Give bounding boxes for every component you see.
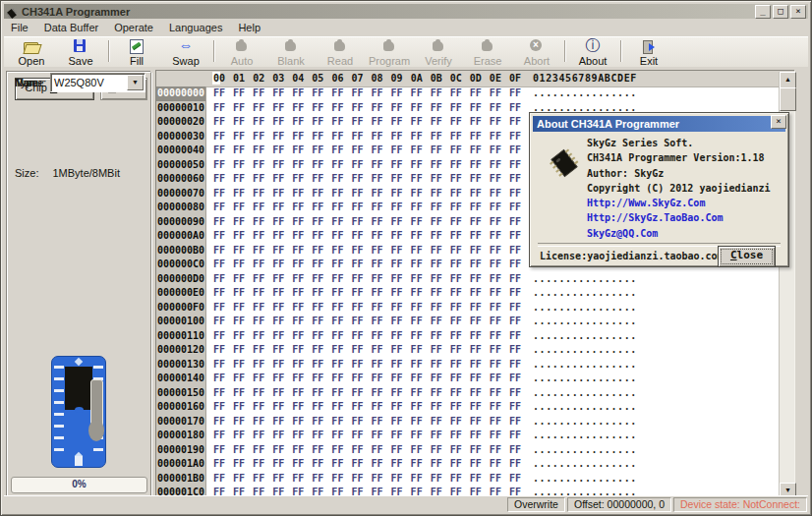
toolbar-button[interactable]: Exit [624,37,673,67]
chevron-down-icon[interactable]: ▼ [127,75,144,90]
row-address: 00000120 [156,343,205,358]
row-bytes[interactable]: FF FF FF FF FF FF FF FF FF FF FF FF FF F… [213,272,521,287]
scrollbar-thumb[interactable] [780,87,796,111]
toolbar-button[interactable]: Open [7,37,56,67]
hex-row[interactable]: 00000150 FF FF FF FF FF FF FF FF FF FF F… [156,386,779,401]
row-bytes[interactable]: FF FF FF FF FF FF FF FF FF FF FF FF FF F… [213,86,521,101]
hex-row[interactable]: 00000190 FF FF FF FF FF FF FF FF FF FF F… [156,443,779,458]
row-ascii[interactable]: ................ [533,358,637,373]
row-ascii[interactable]: ................ [533,472,637,487]
toolbar-button[interactable]: Blank [266,37,316,67]
hex-row[interactable]: 00000000 FF FF FF FF FF FF FF FF FF FF F… [156,86,779,101]
hex-row[interactable]: 00000110 FF FF FF FF FF FF FF FF FF FF F… [156,329,779,344]
hex-row[interactable]: 00000140 FF FF FF FF FF FF FF FF FF FF F… [156,372,779,386]
ascii-column-header: 0123456789ABCDEF [533,73,637,84]
row-address: 000000C0 [156,258,205,272]
hex-row[interactable]: 000000D0 FF FF FF FF FF FF FF FF FF FF F… [156,272,779,287]
row-bytes[interactable]: FF FF FF FF FF FF FF FF FF FF FF FF FF F… [213,286,521,301]
row-bytes[interactable]: FF FF FF FF FF FF FF FF FF FF FF FF FF F… [213,415,521,430]
maximize-button[interactable]: □ [773,5,788,19]
hex-row[interactable]: 00000180 FF FF FF FF FF FF FF FF FF FF F… [156,429,779,443]
minimize-button[interactable]: _ [755,5,771,19]
menu-item[interactable]: File [4,21,36,34]
row-ascii[interactable]: ................ [533,86,637,101]
hex-row[interactable]: 00000120 FF FF FF FF FF FF FF FF FF FF F… [156,343,779,358]
row-bytes[interactable]: FF FF FF FF FF FF FF FF FF FF FF FF FF F… [213,258,521,272]
row-bytes[interactable]: FF FF FF FF FF FF FF FF FF FF FF FF FF F… [213,143,521,158]
row-bytes[interactable]: FF FF FF FF FF FF FF FF FF FF FF FF FF F… [213,101,521,116]
toolbar-button-label: Open [19,55,45,67]
menu-item[interactable]: Operate [106,21,161,34]
row-bytes[interactable]: FF FF FF FF FF FF FF FF FF FF FF FF FF F… [213,443,521,458]
toolbar-button-label: Auto [231,55,254,67]
row-bytes[interactable]: FF FF FF FF FF FF FF FF FF FF FF FF FF F… [213,315,521,329]
toolbar-button[interactable]: Abort [512,37,561,67]
row-bytes[interactable]: FF FF FF FF FF FF FF FF FF FF FF FF FF F… [213,158,521,173]
row-bytes[interactable]: FF FF FF FF FF FF FF FF FF FF FF FF FF F… [213,130,521,144]
row-ascii[interactable]: ................ [533,343,637,358]
row-bytes[interactable]: FF FF FF FF FF FF FF FF FF FF FF FF FF F… [213,244,521,258]
row-ascii[interactable]: ................ [533,315,637,329]
combo-box[interactable]: W25Q80V ▼ [50,73,145,92]
row-bytes[interactable]: FF FF FF FF FF FF FF FF FF FF FF FF FF F… [213,372,521,386]
row-address: 00000070 [156,187,205,201]
row-ascii[interactable]: ................ [533,429,637,443]
row-ascii[interactable]: ................ [533,372,637,386]
row-bytes[interactable]: FF FF FF FF FF FF FF FF FF FF FF FF FF F… [213,301,521,315]
dialog-close-icon[interactable]: × [771,115,786,129]
row-bytes[interactable]: FF FF FF FF FF FF FF FF FF FF FF FF FF F… [213,457,521,472]
row-bytes[interactable]: FF FF FF FF FF FF FF FF FF FF FF FF FF F… [213,172,521,187]
row-ascii[interactable]: ................ [533,329,637,344]
hex-row[interactable]: 000000F0 FF FF FF FF FF FF FF FF FF FF F… [156,301,779,315]
toolbar-button[interactable]: Verify [414,37,463,67]
row-ascii[interactable]: ................ [533,415,637,430]
toolbar-button[interactable]: Erase [463,37,512,67]
row-bytes[interactable]: FF FF FF FF FF FF FF FF FF FF FF FF FF F… [213,343,521,358]
row-bytes[interactable]: FF FF FF FF FF FF FF FF FF FF FF FF FF F… [213,386,521,401]
toolbar-button[interactable]: Save [56,37,105,67]
scroll-up-icon[interactable]: ▲ [780,72,796,88]
row-bytes[interactable]: FF FF FF FF FF FF FF FF FF FF FF FF FF F… [213,329,521,344]
row-bytes[interactable]: FF FF FF FF FF FF FF FF FF FF FF FF FF F… [213,201,521,215]
dialog-close-button[interactable]: Close [718,246,776,267]
hex-row[interactable]: 00000130 FF FF FF FF FF FF FF FF FF FF F… [156,358,779,373]
row-address: 000001A0 [156,457,205,472]
hex-row[interactable]: 00000160 FF FF FF FF FF FF FF FF FF FF F… [156,400,779,415]
row-ascii[interactable]: ................ [533,286,637,301]
row-bytes[interactable]: FF FF FF FF FF FF FF FF FF FF FF FF FF F… [213,187,521,201]
row-bytes[interactable]: FF FF FF FF FF FF FF FF FF FF FF FF FF F… [213,400,521,415]
row-ascii[interactable]: ................ [533,386,637,401]
row-bytes[interactable]: FF FF FF FF FF FF FF FF FF FF FF FF FF F… [213,429,521,443]
hex-row[interactable]: 000000E0 FF FF FF FF FF FF FF FF FF FF F… [156,286,779,301]
toolbar-button[interactable]: Program [365,37,414,67]
row-bytes[interactable]: FF FF FF FF FF FF FF FF FF FF FF FF FF F… [213,215,521,230]
blob-icon [479,38,496,54]
row-ascii[interactable]: ................ [533,301,637,315]
toolbar-button[interactable]: ⇔ Swap [161,37,210,67]
dialog-title-bar[interactable]: About CH341A Programmer [533,116,785,132]
hex-row[interactable]: 000001B0 FF FF FF FF FF FF FF FF FF FF F… [156,472,779,487]
row-ascii[interactable]: ................ [533,272,637,287]
row-bytes[interactable]: FF FF FF FF FF FF FF FF FF FF FF FF FF F… [213,358,521,373]
row-ascii[interactable]: ................ [533,457,637,472]
toolbar-button[interactable]: Read [316,37,365,67]
row-bytes[interactable]: FF FF FF FF FF FF FF FF FF FF FF FF FF F… [213,115,521,130]
title-bar[interactable]: CH341A Programmer _ □ × [4,4,808,19]
menu-item[interactable]: Help [230,21,268,34]
menu-item[interactable]: Languages [161,21,230,34]
toolbar-button[interactable]: Fill [112,37,161,67]
row-ascii[interactable]: ................ [533,443,637,458]
hex-row[interactable]: 00000100 FF FF FF FF FF FF FF FF FF FF F… [156,315,779,329]
toolbar-button[interactable]: ⓘ About [568,37,617,67]
hex-row[interactable]: 00000170 FF FF FF FF FF FF FF FF FF FF F… [156,415,779,430]
about-line: Copyright (C) 2012 yaojiedianzi [587,181,771,196]
close-button[interactable]: × [790,5,806,19]
row-bytes[interactable]: FF FF FF FF FF FF FF FF FF FF FF FF FF F… [213,229,521,244]
field-row: Name: W25Q80V ▼ [15,73,145,92]
row-address: 00000060 [156,172,205,187]
toolbar-button[interactable]: Auto [217,37,266,67]
menu-item[interactable]: Data Buffer [36,21,106,34]
hex-row[interactable]: 000001A0 FF FF FF FF FF FF FF FF FF FF F… [156,457,779,472]
row-bytes[interactable]: FF FF FF FF FF FF FF FF FF FF FF FF FF F… [213,472,521,487]
row-ascii[interactable]: ................ [533,400,637,415]
